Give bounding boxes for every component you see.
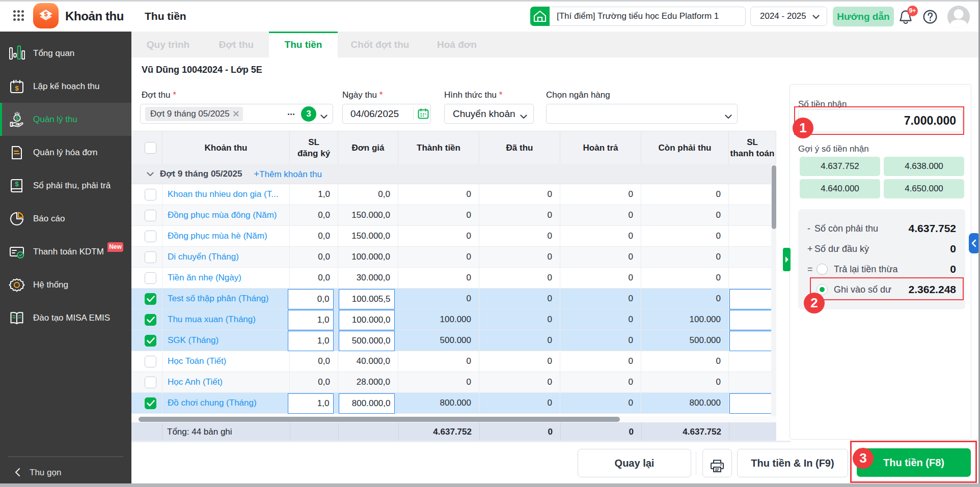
svg-text:$: $: [44, 10, 48, 18]
svg-text:$: $: [15, 115, 18, 121]
svg-text:$: $: [15, 180, 19, 188]
svg-text:$: $: [15, 84, 19, 92]
